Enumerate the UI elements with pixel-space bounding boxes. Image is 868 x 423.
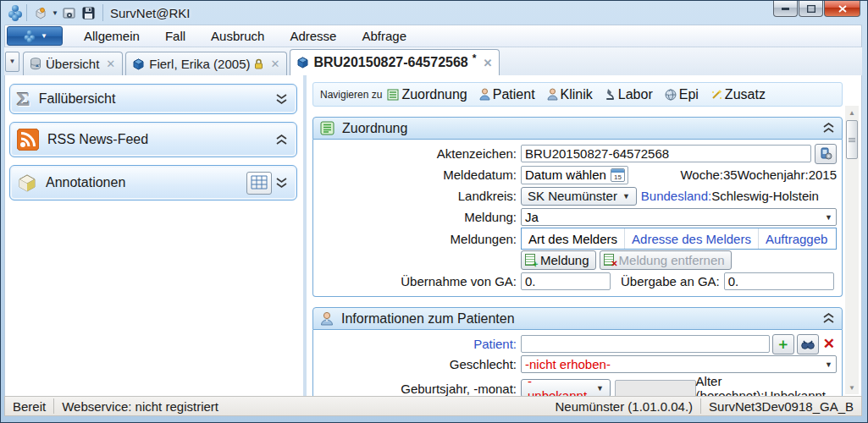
patient-input[interactable]	[521, 335, 770, 353]
menu-fall[interactable]: Fall	[152, 29, 198, 43]
navigate-to-label: Navigieren zu	[320, 89, 382, 101]
column-auftraggeber[interactable]: Auftraggeb	[759, 228, 834, 249]
remove-meldung-button[interactable]: ✕ Meldung entfernen	[600, 250, 732, 270]
row-meldung: Meldung: Ja ▼	[315, 206, 837, 228]
meldedatum-picker[interactable]: Datum wählen 15	[521, 166, 628, 184]
device-gear-icon	[820, 147, 832, 160]
patient-body: Patient: ＋ ✕ Geschlecht:	[312, 330, 843, 396]
modified-indicator: *	[473, 52, 477, 64]
menu-abfrage[interactable]: Abfrage	[349, 29, 419, 43]
app-window: ▼ SurvNet@RKI ▼ Allgemein Fall Ausbruch …	[0, 0, 868, 423]
tab-bru20150827[interactable]: BRU20150827-64572568 * ✕	[290, 49, 500, 75]
meldung-select[interactable]: Ja ▼	[521, 208, 837, 226]
zuordnung-body: Aktenzeichen: Meldedatum: Datum w	[312, 140, 843, 297]
patient-add-button[interactable]: ＋	[772, 334, 794, 354]
navlink-labor[interactable]: Labor	[605, 87, 653, 102]
remove-list-icon: ✕	[604, 254, 616, 266]
content-scrollbar[interactable]: ▲ ▼	[845, 106, 859, 394]
uebernahme-label: Übernahme von GA:	[315, 274, 521, 288]
calendar-icon[interactable]: 15	[611, 168, 625, 182]
patient-icon	[479, 88, 490, 101]
menu-bar: ▼ Allgemein Fall Ausbruch Adresse Abfrag…	[4, 25, 862, 47]
tab-label: Fierl, Erika (2005)	[149, 57, 250, 71]
geschlecht-value: -nicht erhoben-	[525, 357, 825, 371]
geburtsjahr-dropdown[interactable]: -unbekannt- ▼	[521, 379, 611, 396]
tab-close-icon[interactable]: ✕	[106, 58, 115, 70]
chevron-double-up-icon[interactable]	[275, 135, 288, 146]
chevron-double-up-icon[interactable]	[822, 123, 835, 134]
patient-search-button[interactable]	[797, 334, 819, 354]
patient-clear-button[interactable]: ✕	[821, 335, 837, 353]
zuordnung-icon	[387, 89, 399, 101]
application-menu-button[interactable]: ▼	[7, 26, 63, 46]
meldedatum-label: Meldedatum:	[315, 168, 521, 182]
zuordnung-section-icon	[320, 121, 334, 135]
column-adresse-des-melders[interactable]: Adresse des Melders	[625, 228, 759, 249]
navlink-patient[interactable]: Patient	[479, 87, 535, 102]
column-art-des-melders[interactable]: Art des Melders	[522, 228, 625, 249]
menu-allgemein[interactable]: Allgemein	[71, 29, 152, 43]
maximize-button[interactable]	[799, 1, 823, 17]
wochenjahr-value: 2015	[809, 168, 837, 182]
sidebar-panel-annotationen[interactable]: Annotationen	[9, 165, 297, 201]
bundesland-value: Schleswig-Holstein	[711, 189, 819, 203]
geburtsjahr-label: Geburtsjahr, -monat:	[315, 382, 521, 396]
case-cube-icon	[132, 58, 145, 70]
scroll-down-arrow[interactable]: ▼	[845, 381, 859, 394]
minimize-button[interactable]	[773, 1, 798, 17]
chevron-double-down-icon[interactable]	[275, 178, 288, 189]
section-patient: Informationen zum Patienten Patient: ＋	[312, 307, 843, 396]
woche-label: Woche:	[680, 168, 723, 182]
tab-close-icon[interactable]: ✕	[270, 58, 279, 70]
section-title: Zuordnung	[342, 121, 407, 136]
zuordnung-header[interactable]: Zuordnung	[312, 117, 843, 140]
navlink-epi[interactable]: Epi	[665, 87, 699, 102]
patient-header[interactable]: Informationen zum Patienten	[312, 307, 843, 330]
patient-label: Patient:	[315, 337, 521, 351]
panel-label: Annotationen	[46, 175, 125, 190]
close-button[interactable]	[824, 1, 860, 17]
panel-label: Fallübersicht	[39, 91, 116, 107]
navlink-zuordnung[interactable]: Zuordnung	[387, 87, 467, 102]
tab-label: Übersicht	[46, 57, 99, 71]
menu-adresse[interactable]: Adresse	[277, 29, 349, 43]
chevron-down-icon: ▼	[825, 213, 832, 222]
annotations-grid-button[interactable]	[246, 172, 272, 195]
meldung-label: Meldung:	[315, 210, 521, 224]
new-record-icon[interactable]	[32, 5, 49, 20]
sidebar-panel-rss-news-feed[interactable]: RSS News-Feed	[9, 122, 297, 157]
sidebar-panel-falluebersicht[interactable]: Σ Fallübersicht	[9, 84, 297, 114]
epi-globe-icon	[665, 89, 677, 101]
landkreis-value: SK Neumünster	[528, 189, 617, 203]
tab-close-icon[interactable]: ✕	[483, 57, 492, 69]
scrollbar-thumb[interactable]	[846, 120, 858, 159]
uebergabe-input[interactable]	[724, 272, 834, 290]
navlink-zusatz[interactable]: Zusatz	[710, 87, 766, 102]
tab-list-dropdown-button[interactable]: ▼	[5, 52, 19, 72]
landkreis-dropdown[interactable]: SK Neumünster ▼	[521, 187, 637, 206]
row-ga: Übernahme von GA: Übergabe an GA:	[315, 271, 837, 292]
title-bar: ▼ SurvNet@RKI	[4, 1, 862, 25]
new-record-dropdown-icon[interactable]: ▼	[52, 9, 58, 17]
aktenzeichen-input[interactable]	[521, 145, 811, 162]
menu-ausbruch[interactable]: Ausbruch	[198, 29, 277, 43]
chevron-double-up-icon[interactable]	[822, 313, 835, 324]
uebernahme-input[interactable]	[521, 272, 611, 290]
app-icon	[8, 5, 23, 20]
tab-fierl-erika[interactable]: Fierl, Erika (2005) ✕	[125, 52, 287, 75]
row-geschlecht: Geschlecht: -nicht erhoben- ▼	[315, 354, 837, 374]
geschlecht-select[interactable]: -nicht erhoben- ▼	[521, 355, 837, 373]
scroll-up-arrow[interactable]: ▲	[845, 106, 859, 119]
form-content: Navigieren zu Zuordnung Patient Klinik L…	[307, 75, 861, 396]
section-zuordnung: Zuordnung Aktenzeichen:	[312, 117, 843, 297]
sidebar: Σ Fallübersicht RSS News-Feed Annotation…	[5, 75, 303, 396]
add-meldung-button[interactable]: ＋ Meldung	[521, 250, 596, 270]
save-icon[interactable]	[80, 5, 97, 20]
tab-uebersicht[interactable]: Übersicht ✕	[23, 52, 123, 75]
export-icon[interactable]	[61, 5, 78, 20]
aktenzeichen-generate-button[interactable]	[815, 144, 837, 164]
database-icon	[30, 58, 41, 70]
chevron-down-icon: ▼	[825, 360, 832, 369]
chevron-double-down-icon[interactable]	[275, 94, 288, 105]
navlink-klinik[interactable]: Klinik	[547, 87, 593, 102]
